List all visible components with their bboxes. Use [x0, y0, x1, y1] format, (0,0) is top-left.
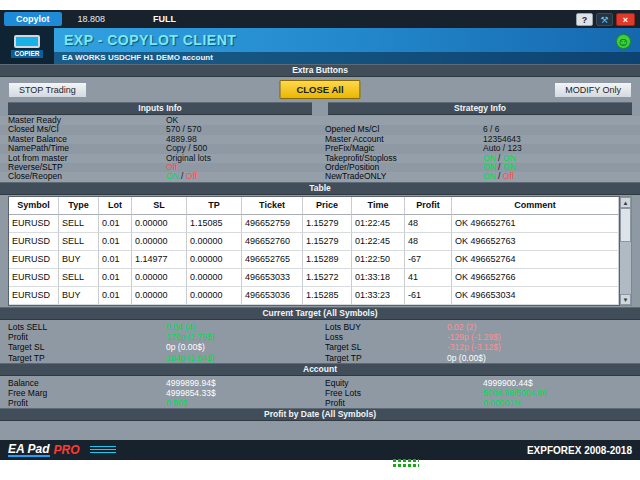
table-cell[interactable]: 1.15272	[303, 269, 352, 287]
close-all-button[interactable]: CLOSE All	[279, 80, 360, 99]
table-cell[interactable]: 1.15085	[187, 215, 242, 233]
info-row: Lot from masterOriginal lots Takeprofit/…	[0, 154, 640, 163]
info-row: Reverse/SLTPOff Order/PositionON / ON	[0, 163, 640, 172]
table-cell[interactable]: 496653036	[242, 287, 303, 305]
table-cell[interactable]: 0.00000	[187, 233, 242, 251]
table-cell[interactable]: OK 496652763	[452, 233, 619, 251]
scrollbar-thumb[interactable]	[620, 208, 631, 242]
table-cell[interactable]: 48	[405, 215, 452, 233]
table-cell[interactable]: OK 496652766	[452, 269, 619, 287]
app-tab[interactable]: Copylot	[4, 12, 62, 26]
extra-buttons-toolbar: STOP Trading CLOSE All MODIFY Only	[0, 77, 640, 102]
table-cell[interactable]: -61	[405, 287, 452, 305]
table-cell[interactable]: 48	[405, 233, 452, 251]
info-row: Master ReadyOK	[0, 116, 640, 125]
close-icon[interactable]: ×	[616, 13, 635, 26]
table-cell[interactable]: 496652759	[242, 215, 303, 233]
table-header-cell: Time	[352, 197, 405, 215]
table-header-cell: Lot	[99, 197, 132, 215]
table-cell[interactable]: SELL	[59, 269, 99, 287]
target-label: Lots BUY	[325, 322, 447, 332]
section-table[interactable]: Table	[0, 182, 640, 195]
page-title: EXP - COPYLOT CLIENT	[54, 28, 640, 48]
table-cell[interactable]: 01:22:45	[352, 215, 405, 233]
target-label: Profit	[8, 332, 166, 342]
target-label: Target SL	[8, 342, 166, 352]
table-header-cell: Profit	[405, 197, 452, 215]
table-cell[interactable]: 01:33:18	[352, 269, 405, 287]
table-cell[interactable]: 0.00000	[132, 269, 187, 287]
table-cell[interactable]: 01:22:50	[352, 251, 405, 269]
table-scrollbar[interactable]: ▲ ▼	[620, 196, 632, 306]
table-cell[interactable]: EURUSD	[9, 215, 59, 233]
table-cell[interactable]: OK 496652761	[452, 215, 619, 233]
table-cell[interactable]: 1.15279	[303, 233, 352, 251]
table-cell[interactable]: 41	[405, 269, 452, 287]
info-row: Close/ReopenON / Off NewTradeONLYON / Of…	[0, 172, 640, 181]
window-controls: ? ⚒ ×	[576, 13, 635, 26]
table-cell[interactable]: 0.00000	[132, 233, 187, 251]
stop-trading-button[interactable]: STOP Trading	[8, 82, 87, 98]
table-cell[interactable]: 01:33:23	[352, 287, 405, 305]
info-value: Original lots	[166, 154, 315, 163]
version-label: 18.808	[78, 14, 106, 24]
table-cell[interactable]: 496652760	[242, 233, 303, 251]
account-label: Equity	[325, 378, 483, 388]
account-label: Free Marg	[8, 388, 166, 398]
table-cell[interactable]: BUY	[59, 251, 99, 269]
table-cell[interactable]: 0.00000	[187, 251, 242, 269]
table-cell[interactable]: SELL	[59, 215, 99, 233]
table-cell[interactable]: 496652765	[242, 251, 303, 269]
table-header-cell: Symbol	[9, 197, 59, 215]
account-row: Profit0.50$ Profit0.00001%	[0, 398, 640, 408]
table-cell[interactable]: OK 496652764	[452, 251, 619, 269]
account-label: Profit	[325, 398, 483, 408]
table-cell[interactable]: EURUSD	[9, 287, 59, 305]
table-cell[interactable]: 0.01	[99, 215, 132, 233]
table-cell[interactable]: 0.01	[99, 287, 132, 305]
current-target-area: Lots SELL0.04 (4) Lots BUY0.02 (2) Profi…	[0, 320, 640, 363]
scroll-up-icon[interactable]: ▲	[620, 197, 631, 208]
table-cell[interactable]: 0.00000	[187, 287, 242, 305]
header-banner: COPIER EXP - COPYLOT CLIENT EA WORKS USD…	[0, 28, 640, 64]
section-profit-by-date[interactable]: Profit by Date (All Symbols)	[0, 408, 640, 421]
target-value: -129p (-1.29$)	[447, 332, 632, 342]
scrollbar-track[interactable]	[620, 242, 631, 294]
table-cell[interactable]: EURUSD	[9, 251, 59, 269]
tools-icon[interactable]: ⚒	[596, 13, 613, 26]
info-label: Close/Reopen	[8, 172, 166, 181]
copylot-panel: Copylot 18.808 FULL ? ⚒ × COPIER EXP - C…	[0, 10, 640, 460]
modify-only-button[interactable]: MODIFY Only	[554, 82, 632, 98]
table-cell[interactable]: 1.15285	[303, 287, 352, 305]
section-inputs-info[interactable]: Inputs Info	[8, 102, 312, 115]
section-account[interactable]: Account	[0, 363, 640, 376]
scroll-down-icon[interactable]: ▼	[620, 294, 631, 305]
section-strategy-info[interactable]: Strategy Info	[328, 102, 632, 115]
table-cell[interactable]: -67	[405, 251, 452, 269]
section-current-target[interactable]: Current Target (All Symbols)	[0, 307, 640, 320]
table-cell[interactable]: EURUSD	[9, 269, 59, 287]
section-extra-buttons[interactable]: Extra Buttons	[0, 64, 640, 77]
table-cell[interactable]: 0.00000	[132, 215, 187, 233]
table-cell[interactable]: 1.15279	[303, 215, 352, 233]
table-cell[interactable]: 496653033	[242, 269, 303, 287]
info-value	[483, 116, 632, 125]
table-cell[interactable]: 0.00000	[187, 269, 242, 287]
account-label: Balance	[8, 378, 166, 388]
table-cell[interactable]: 0.01	[99, 251, 132, 269]
table-cell[interactable]: EURUSD	[9, 233, 59, 251]
account-value: 4999900.44$	[483, 378, 632, 388]
app-logo: COPIER	[0, 28, 54, 64]
table-cell[interactable]: 0.01	[99, 233, 132, 251]
footer-swoosh-icon	[90, 446, 116, 455]
table-cell[interactable]: 01:22:45	[352, 233, 405, 251]
table-cell[interactable]: OK 496653034	[452, 287, 619, 305]
table-cell[interactable]: SELL	[59, 233, 99, 251]
help-icon[interactable]: ?	[576, 13, 593, 26]
table-cell[interactable]: 1.14977	[132, 251, 187, 269]
table-header-cell: SL	[132, 197, 187, 215]
table-cell[interactable]: BUY	[59, 287, 99, 305]
table-cell[interactable]: 0.01	[99, 269, 132, 287]
table-cell[interactable]: 0.00000	[132, 287, 187, 305]
table-cell[interactable]: 1.15289	[303, 251, 352, 269]
